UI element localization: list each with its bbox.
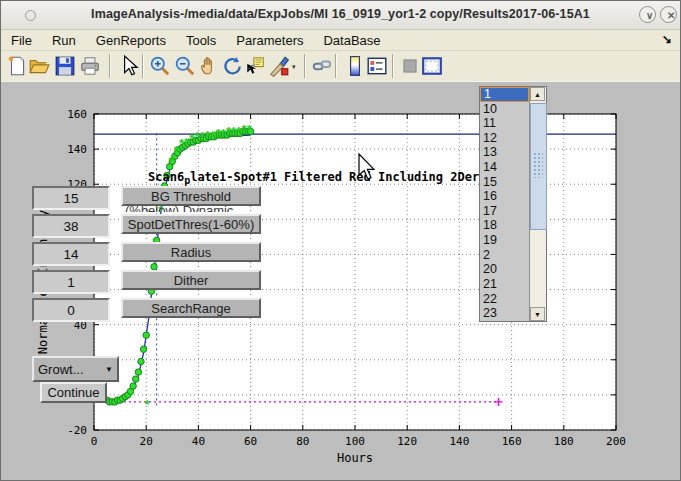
listbox-item[interactable]: 23 xyxy=(480,306,529,321)
listbox-item[interactable]: 15 xyxy=(480,175,529,190)
listbox-item[interactable]: 12 xyxy=(480,131,529,146)
figure-area: ********************02040608010012014016… xyxy=(1,81,680,481)
svg-text:20: 20 xyxy=(140,435,153,448)
close-button[interactable]: ✕ xyxy=(660,6,677,23)
toolbar-separator xyxy=(109,54,111,78)
toolbar-separator xyxy=(304,54,306,78)
print-icon xyxy=(79,55,101,77)
svg-text:180: 180 xyxy=(554,435,574,448)
zoom-out-button[interactable] xyxy=(174,55,196,77)
continue-button[interactable]: Continue xyxy=(40,382,107,403)
svg-text:Hours: Hours xyxy=(337,451,373,465)
save-button[interactable] xyxy=(54,55,76,77)
bg-threshold-input[interactable] xyxy=(32,186,110,210)
bg-threshold-button[interactable]: BG Threshold xyxy=(121,186,261,206)
searchrange-input[interactable] xyxy=(32,298,110,322)
disabled-square-icon xyxy=(399,55,421,77)
svg-text:140: 140 xyxy=(449,435,469,448)
listbox-item[interactable]: 1 xyxy=(480,87,529,102)
print-button[interactable] xyxy=(79,55,101,77)
listbox-item[interactable]: 10 xyxy=(480,102,529,117)
listbox-item[interactable]: 16 xyxy=(480,189,529,204)
listbox-item[interactable]: 20 xyxy=(480,262,529,277)
menu-database[interactable]: DataBase xyxy=(323,33,380,48)
toolbar-separator xyxy=(142,54,144,78)
listbox-item[interactable]: 18 xyxy=(480,218,529,233)
new-file-icon xyxy=(6,55,28,77)
pointer-button[interactable] xyxy=(118,55,140,77)
legend-button[interactable] xyxy=(366,55,388,77)
data-cursor-button[interactable] xyxy=(244,55,266,77)
svg-text:160: 160 xyxy=(502,435,522,448)
disabled-square-button xyxy=(399,55,421,77)
radius-input[interactable] xyxy=(32,242,110,266)
shade-button[interactable]: ∨ xyxy=(639,6,656,23)
application-window: ImageAnalysis-/media/data/ExpJobs/MI 16_… xyxy=(0,0,681,481)
listbox-item[interactable]: 19 xyxy=(480,233,529,248)
dock-figure-icon xyxy=(421,55,443,77)
brush-icon xyxy=(268,55,290,77)
listbox-item[interactable]: 17 xyxy=(480,204,529,219)
chevron-down-icon: ▼ xyxy=(105,365,113,374)
spot-number-listbox[interactable]: 110111213141516171819220212223 ▲ ▼ xyxy=(479,86,547,322)
colorbar-icon xyxy=(344,55,366,77)
svg-text:80: 80 xyxy=(296,435,309,448)
svg-text:160: 160 xyxy=(67,108,87,121)
svg-text:60: 60 xyxy=(244,435,257,448)
menu-tools[interactable]: Tools xyxy=(186,33,216,48)
scrollbar-thumb[interactable] xyxy=(530,103,547,230)
link-plots-button[interactable] xyxy=(311,55,333,77)
data-cursor-icon xyxy=(244,55,266,77)
svg-text:0: 0 xyxy=(91,435,98,448)
listbox-item[interactable]: 2 xyxy=(480,248,529,263)
spotdetthres-button[interactable]: SpotDetThres(1-60%) xyxy=(121,214,261,234)
listbox-item[interactable]: 22 xyxy=(480,292,529,307)
zoom-in-button[interactable] xyxy=(149,55,171,77)
menu-parameters[interactable]: Parameters xyxy=(236,33,303,48)
growth-popup-menu[interactable]: Growt... ▼ xyxy=(32,356,119,382)
scrollbar-grip xyxy=(533,152,543,178)
svg-text:40: 40 xyxy=(192,435,205,448)
open-file-button[interactable] xyxy=(28,55,50,77)
dither-button[interactable]: Dither xyxy=(121,270,261,290)
toolbar-separator xyxy=(392,54,394,78)
dither-input[interactable] xyxy=(32,270,110,294)
window-title: ImageAnalysis-/media/data/ExpJobs/MI 16_… xyxy=(1,7,680,21)
growth-popup-label: Growt... xyxy=(38,362,84,377)
new-file-button[interactable] xyxy=(6,55,28,77)
zoom-out-icon xyxy=(174,55,196,77)
rotate-icon xyxy=(221,55,243,77)
spotdetthres-input[interactable] xyxy=(32,214,110,238)
scroll-down-button[interactable]: ▼ xyxy=(530,307,545,321)
open-folder-icon xyxy=(28,55,50,77)
rotate-3d-button[interactable] xyxy=(221,55,243,77)
svg-text:100: 100 xyxy=(345,435,365,448)
listbox-item[interactable]: 14 xyxy=(480,160,529,175)
pan-button[interactable] xyxy=(198,55,220,77)
searchrange-button[interactable]: SearchRange xyxy=(121,298,261,318)
title-bar[interactable]: ImageAnalysis-/media/data/ExpJobs/MI 16_… xyxy=(1,1,680,30)
listbox-item[interactable]: 11 xyxy=(480,116,529,131)
plot-title: Scan6plate1-Spot#1 Filtered Red Includin… xyxy=(148,170,515,186)
hand-icon xyxy=(198,55,220,77)
toolbar-separator xyxy=(335,54,337,78)
menu-bar: File Run GenReports Tools Parameters Dat… xyxy=(1,30,680,51)
brush-button[interactable] xyxy=(268,55,290,77)
legend-icon xyxy=(366,55,388,77)
brush-dropdown-caret-icon[interactable]: ▾ xyxy=(292,63,296,71)
menu-overflow-icon[interactable]: ↘ xyxy=(662,32,672,46)
svg-text:120: 120 xyxy=(397,435,417,448)
svg-text:-20: -20 xyxy=(67,424,87,437)
listbox-item[interactable]: 21 xyxy=(480,277,529,292)
scroll-up-button[interactable]: ▲ xyxy=(530,87,545,101)
menu-genreports[interactable]: GenReports xyxy=(96,33,166,48)
listbox-item[interactable]: 13 xyxy=(480,145,529,160)
menu-run[interactable]: Run xyxy=(52,33,76,48)
mouse-cursor-icon xyxy=(358,153,378,183)
colorbar-button[interactable] xyxy=(344,55,366,77)
dock-figure-button[interactable] xyxy=(421,55,443,77)
pointer-icon xyxy=(118,55,140,77)
menu-file[interactable]: File xyxy=(11,33,32,48)
radius-button[interactable]: Radius xyxy=(121,242,261,262)
listbox-scrollbar[interactable]: ▲ ▼ xyxy=(529,87,546,321)
